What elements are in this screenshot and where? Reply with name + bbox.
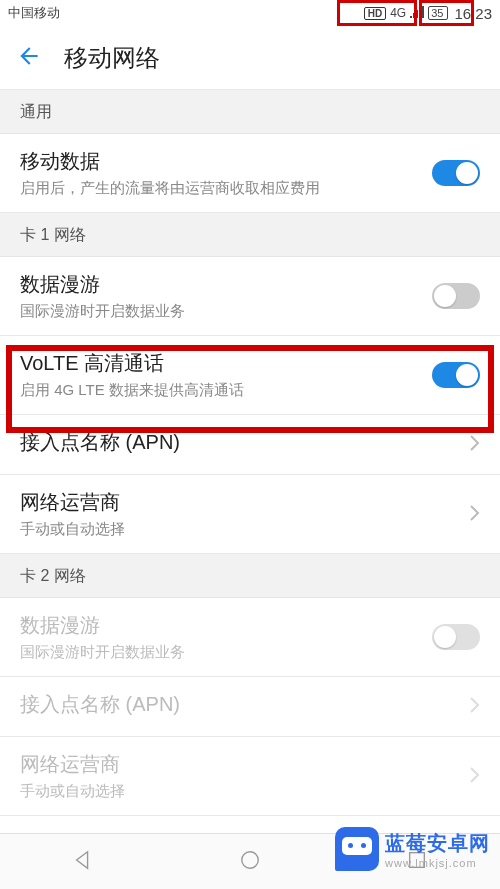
page-title: 移动网络	[64, 42, 160, 74]
mobile-data-sub: 启用后，产生的流量将由运营商收取相应费用	[20, 179, 432, 198]
section-sim2: 卡 2 网络	[0, 554, 500, 598]
nav-home-icon[interactable]	[239, 849, 261, 875]
carrier2-title: 网络运营商	[20, 751, 470, 778]
carrier-label: 中国移动	[8, 4, 364, 22]
app-header: 移动网络	[0, 26, 500, 90]
nav-back-icon[interactable]	[72, 849, 94, 875]
watermark-url: www.lmkjsj.com	[385, 857, 490, 869]
section-general: 通用	[0, 90, 500, 134]
volte-title: VoLTE 高清通话	[20, 350, 432, 377]
chevron-right-icon	[470, 695, 480, 718]
apn2-title: 接入点名称 (APN)	[20, 691, 470, 718]
row-mobile-data[interactable]: 移动数据 启用后，产生的流量将由运营商收取相应费用	[0, 134, 500, 213]
watermark: 蓝莓安卓网 www.lmkjsj.com	[335, 827, 490, 871]
row-carrier-1[interactable]: 网络运营商 手动或自动选择	[0, 475, 500, 554]
roam2-sub: 国际漫游时开启数据业务	[20, 643, 432, 662]
status-bar: 中国移动 HD 4G 35 16:23	[0, 0, 500, 26]
row-carrier-2: 网络运营商 手动或自动选择	[0, 737, 500, 816]
carrier1-title: 网络运营商	[20, 489, 470, 516]
mobile-data-title: 移动数据	[20, 148, 432, 175]
roaming-1-toggle[interactable]	[432, 283, 480, 309]
carrier2-sub: 手动或自动选择	[20, 782, 470, 801]
row-volte[interactable]: VoLTE 高清通话 启用 4G LTE 数据来提供高清通话	[0, 336, 500, 415]
svg-point-0	[242, 851, 259, 868]
chevron-right-icon	[470, 765, 480, 788]
back-arrow-icon[interactable]	[16, 43, 42, 73]
roam1-sub: 国际漫游时开启数据业务	[20, 302, 432, 321]
roaming-2-toggle	[432, 624, 480, 650]
row-apn-1[interactable]: 接入点名称 (APN)	[0, 415, 500, 475]
chevron-right-icon	[470, 433, 480, 456]
highlight-box-status-1	[337, 0, 417, 26]
volte-sub: 启用 4G LTE 数据来提供高清通话	[20, 381, 432, 400]
chevron-right-icon	[470, 503, 480, 526]
row-roaming-2: 数据漫游 国际漫游时开启数据业务	[0, 598, 500, 677]
roam2-title: 数据漫游	[20, 612, 432, 639]
apn1-title: 接入点名称 (APN)	[20, 429, 470, 456]
carrier1-sub: 手动或自动选择	[20, 520, 470, 539]
mobile-data-toggle[interactable]	[432, 160, 480, 186]
row-apn-2: 接入点名称 (APN)	[0, 677, 500, 737]
roam1-title: 数据漫游	[20, 271, 432, 298]
section-sim1: 卡 1 网络	[0, 213, 500, 257]
highlight-box-status-2	[419, 0, 474, 26]
row-roaming-1[interactable]: 数据漫游 国际漫游时开启数据业务	[0, 257, 500, 336]
watermark-robot-icon	[335, 827, 379, 871]
volte-toggle[interactable]	[432, 362, 480, 388]
watermark-brand: 蓝莓安卓网	[385, 830, 490, 857]
